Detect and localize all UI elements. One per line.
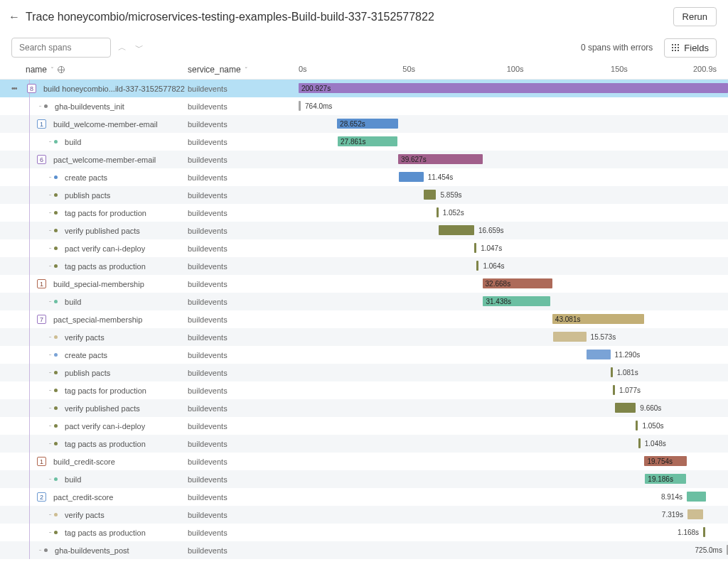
child-count-badge[interactable]: 1 (37, 279, 46, 288)
span-row[interactable]: ╶tag pacts as productionbuildevents1.168… (0, 524, 728, 541)
span-bar[interactable] (587, 350, 611, 359)
span-bar[interactable] (439, 225, 474, 235)
span-bar[interactable] (687, 492, 706, 502)
service-name: buildevents (188, 386, 299, 395)
span-bar[interactable]: 39.627s (398, 154, 483, 164)
span-name-cell: 1build_welcome-member-email (11, 119, 188, 129)
prev-result-icon[interactable]: ︿ (118, 42, 127, 54)
fields-button[interactable]: Fields (664, 38, 717, 58)
search-input[interactable] (11, 38, 111, 58)
span-duration-label: 27.861s (338, 138, 369, 146)
tree-connector-icon: ╶ (47, 227, 51, 234)
back-arrow-icon[interactable]: ← (9, 11, 20, 23)
span-bar[interactable]: 28.652s (337, 119, 398, 129)
span-name-cell: ╶create pacts (11, 173, 188, 182)
span-name-cell: ╶build (11, 298, 188, 306)
child-count-badge[interactable]: 7 (37, 315, 46, 324)
span-row[interactable]: ╶create pactsbuildevents11.290s (0, 346, 728, 364)
rerun-button[interactable]: Rerun (673, 7, 717, 26)
span-row[interactable]: ╶verify pactsbuildevents15.573s (0, 328, 728, 346)
span-timeline-cell: 11.290s (299, 346, 728, 364)
tree-connector-icon: ╶ (47, 529, 51, 536)
span-color-dot-icon (54, 193, 58, 197)
next-result-icon[interactable]: ﹀ (135, 42, 144, 54)
span-row[interactable]: 7pact_special-membershipbuildevents43.08… (0, 310, 728, 328)
span-row[interactable]: 1build_credit-scorebuildevents19.754s (0, 453, 728, 470)
span-row[interactable]: 2pact_credit-scorebuildevents8.914s (0, 488, 728, 506)
timeline-tick: 50s (402, 65, 415, 73)
span-row[interactable]: ╶verify published pactsbuildevents16.659… (0, 222, 728, 239)
tree-connector-icon: ╶ (47, 386, 51, 394)
span-row[interactable]: ╶verify published pactsbuildevents9.660s (0, 399, 728, 417)
span-row[interactable]: ╶tag pacts for productionbuildevents1.07… (0, 381, 728, 399)
span-name: build honeycombio...ild-337-3152577822 (43, 85, 185, 93)
span-color-dot-icon (54, 229, 58, 232)
span-color-dot-icon (54, 406, 58, 410)
span-name-cell: ╶tag pacts as production (11, 529, 188, 537)
span-name: verify pacts (65, 511, 105, 519)
span-row[interactable]: 1build_special-membershipbuildevents32.6… (0, 275, 728, 293)
span-duration-label: 1.081s (613, 367, 638, 377)
child-count-badge[interactable]: 6 (37, 155, 46, 164)
span-row[interactable]: ╶pact verify can-i-deploybuildevents1.05… (0, 417, 728, 435)
timeline-tick: 200.9s (693, 65, 717, 73)
span-timeline-cell: 8.914s (299, 488, 728, 506)
service-name: buildevents (188, 404, 299, 413)
row-menu-icon[interactable]: ••• (11, 85, 21, 92)
span-row[interactable]: ╶buildbuildevents19.186s (0, 470, 728, 488)
span-duration-label: 764.0ms (301, 101, 332, 111)
span-bar[interactable]: 200.927s (299, 83, 728, 93)
tree-connector-icon: ╶ (47, 333, 51, 341)
toolbar-right: 0 spans with errors Fields (581, 38, 717, 58)
tree-connector-icon: ╶ (47, 173, 51, 181)
span-name: verify published pacts (65, 404, 140, 413)
span-bar[interactable] (553, 332, 587, 342)
span-row[interactable]: ╶verify pactsbuildevents7.319s (0, 506, 728, 524)
span-bar[interactable]: 32.668s (483, 278, 552, 288)
child-count-badge[interactable]: 2 (37, 492, 46, 502)
span-duration-label: 43.081s (552, 315, 584, 323)
span-row[interactable]: ╶tag pacts as productionbuildevents1.048… (0, 435, 728, 453)
span-bar[interactable] (703, 527, 705, 537)
column-header-service[interactable]: service_name ˇ (188, 65, 299, 75)
span-bar[interactable] (615, 403, 636, 413)
span-row[interactable]: ╶pact verify can-i-deploybuildevents1.04… (0, 239, 728, 257)
span-bar[interactable]: 31.438s (483, 296, 550, 306)
span-row[interactable]: ╶buildbuildevents31.438s (0, 293, 728, 310)
span-bar[interactable]: 43.081s (552, 314, 645, 324)
span-bar[interactable] (687, 509, 703, 519)
span-row[interactable]: ╶create pactsbuildevents11.454s (0, 168, 728, 186)
span-name: verify published pacts (65, 227, 140, 235)
span-name-cell: ╶verify published pacts (11, 227, 188, 235)
span-bar[interactable] (424, 190, 437, 200)
span-timeline-cell: 31.438s (299, 293, 728, 310)
span-row[interactable]: ╶publish pactsbuildevents5.859s (0, 186, 728, 204)
span-row[interactable]: ╶buildbuildevents27.861s (0, 133, 728, 151)
span-bar[interactable]: 19.186s (645, 474, 686, 484)
span-row[interactable]: ╶gha-buildevents_postbuildevents725.0ms (0, 541, 728, 559)
span-row[interactable]: 1build_welcome-member-emailbuildevents28… (0, 115, 728, 133)
span-bar[interactable]: 27.861s (338, 136, 397, 146)
tree-connector-icon: ╶ (47, 511, 51, 519)
service-name: buildevents (188, 138, 299, 146)
span-row[interactable]: •••8build honeycombio...ild-337-31525778… (0, 80, 728, 97)
span-row[interactable]: ╶tag pacts as productionbuildevents1.064… (0, 257, 728, 275)
span-row[interactable]: 6pact_welcome-member-emailbuildevents39.… (0, 151, 728, 168)
span-color-dot-icon (54, 477, 58, 481)
span-bar[interactable] (399, 172, 423, 182)
column-header-name[interactable]: name ˇ (11, 65, 188, 75)
span-bar[interactable]: 19.754s (644, 456, 686, 466)
span-row[interactable]: ╶gha-buildevents_initbuildevents764.0ms (0, 97, 728, 115)
service-name: buildevents (188, 475, 299, 484)
child-count-badge[interactable]: 1 (37, 457, 46, 466)
child-count-badge[interactable]: 8 (27, 84, 36, 93)
timeline-tick: 0s (299, 65, 307, 73)
span-timeline-cell: 11.454s (299, 168, 728, 186)
child-count-badge[interactable]: 1 (37, 119, 46, 129)
tree-connector-icon: ╶ (47, 209, 51, 217)
span-row[interactable]: ╶publish pactsbuildevents1.081s (0, 364, 728, 381)
span-duration-label: 39.627s (398, 156, 429, 163)
span-duration-label: 32.668s (483, 280, 514, 288)
span-timeline-cell: 43.081s (299, 310, 728, 328)
span-row[interactable]: ╶tag pacts for productionbuildevents1.05… (0, 204, 728, 222)
